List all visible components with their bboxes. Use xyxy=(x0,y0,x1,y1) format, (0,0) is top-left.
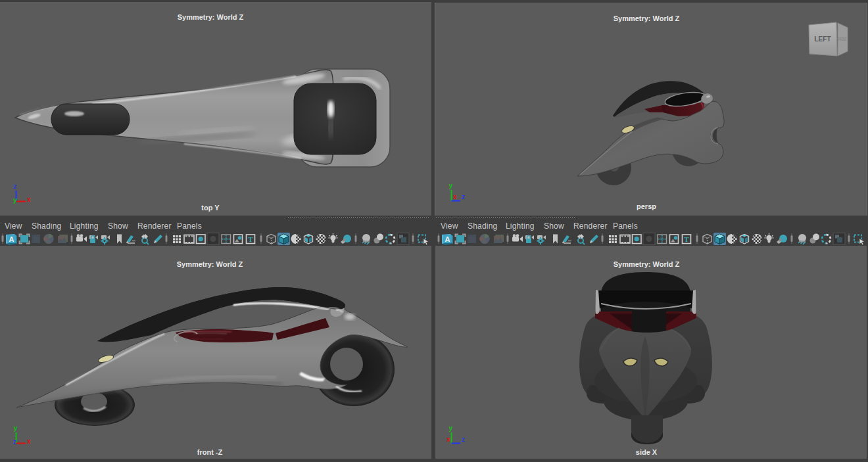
svg-text:y: y xyxy=(14,425,18,432)
svg-text:y: y xyxy=(449,425,453,432)
svg-text:z: z xyxy=(462,436,465,443)
svg-text:x: x xyxy=(27,196,31,203)
svg-text:y: y xyxy=(449,182,453,189)
svg-text:y: y xyxy=(13,196,17,204)
svg-text:x: x xyxy=(446,436,450,443)
svg-text:z: z xyxy=(13,438,16,446)
svg-text:z: z xyxy=(462,193,465,200)
svg-text:LEFT: LEFT xyxy=(815,35,831,43)
svg-text:FRONT: FRONT xyxy=(838,37,847,41)
svg-text:x: x xyxy=(27,438,31,445)
svg-text:x: x xyxy=(453,193,457,200)
svg-text:z: z xyxy=(14,183,17,190)
